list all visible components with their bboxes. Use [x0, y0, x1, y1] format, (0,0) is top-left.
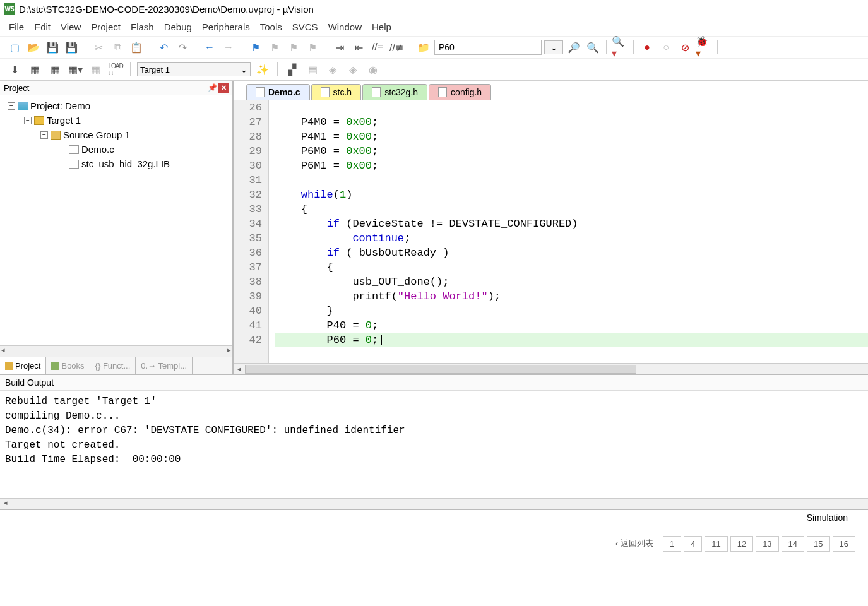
- pager-page[interactable]: 11: [705, 536, 727, 552]
- incremental-find-icon[interactable]: 🔍: [585, 39, 601, 56]
- menubar: File Edit View Project Flash Debug Perip…: [0, 18, 868, 36]
- indent-icon[interactable]: ⇥: [331, 39, 348, 56]
- paste-icon[interactable]: 📋: [128, 39, 145, 56]
- nav-fwd-icon[interactable]: →: [220, 39, 237, 56]
- build-output[interactable]: Rebuild target 'Target 1' compiling Demo…: [0, 391, 868, 498]
- tree-file[interactable]: Demo.c: [3, 142, 230, 157]
- manage-icon[interactable]: ▞: [284, 61, 300, 78]
- pager-page[interactable]: 16: [833, 536, 855, 552]
- pager-page[interactable]: 1: [663, 536, 681, 552]
- translate-icon[interactable]: ⬇: [6, 61, 23, 78]
- rebuild-icon[interactable]: ▦: [47, 61, 63, 78]
- tree-label: Demo.c: [81, 144, 114, 155]
- outdent-icon[interactable]: ⇤: [350, 39, 367, 56]
- breakpoint-enable-icon[interactable]: ○: [658, 39, 674, 56]
- menu-svcs[interactable]: SVCS: [292, 21, 318, 32]
- tree-root[interactable]: − Project: Demo: [3, 98, 230, 113]
- redo-icon[interactable]: ↷: [174, 39, 191, 56]
- pager-page[interactable]: 15: [807, 536, 829, 552]
- tree-label: Target 1: [47, 115, 81, 126]
- target-options-icon[interactable]: ✨: [254, 61, 271, 78]
- collapse-icon[interactable]: −: [8, 102, 15, 110]
- menu-flash[interactable]: Flash: [131, 21, 154, 32]
- pager-page[interactable]: 4: [684, 536, 702, 552]
- pin-icon[interactable]: 📌: [208, 83, 217, 92]
- project-panel-header: Project 📌 ✕: [0, 81, 232, 95]
- tree-group[interactable]: − Source Group 1: [3, 128, 230, 142]
- pager-page[interactable]: 13: [756, 536, 778, 552]
- find-combo[interactable]: P60: [434, 40, 542, 55]
- select-packs-icon[interactable]: ◈: [345, 61, 361, 78]
- batch-build-icon[interactable]: ▦▾: [67, 61, 83, 78]
- nav-back-icon[interactable]: ←: [201, 39, 218, 56]
- multi-project-icon[interactable]: ▤: [304, 61, 321, 78]
- separator: [633, 40, 634, 54]
- menu-file[interactable]: File: [9, 21, 24, 32]
- tab-templates[interactable]: 0.→ Templ...: [136, 357, 193, 374]
- close-panel-icon[interactable]: ✕: [218, 83, 229, 93]
- collapse-icon[interactable]: −: [24, 117, 32, 124]
- pager-page[interactable]: 12: [730, 536, 753, 552]
- editor-hscroll[interactable]: ◂: [234, 363, 868, 374]
- menu-debug[interactable]: Debug: [164, 21, 192, 32]
- build-icon[interactable]: ▦: [27, 61, 43, 78]
- new-file-icon[interactable]: ▢: [6, 39, 23, 56]
- tree-label: Project: Demo: [30, 100, 90, 111]
- tree-label: Source Group 1: [63, 129, 130, 140]
- open-file-icon[interactable]: 📂: [25, 39, 42, 56]
- menu-edit[interactable]: Edit: [34, 21, 51, 32]
- manage-rtx-icon[interactable]: ◈: [324, 61, 341, 78]
- find-in-files-icon[interactable]: 🔎: [566, 39, 582, 56]
- bookmark-toggle-icon[interactable]: ⚑: [247, 39, 264, 56]
- code-editor[interactable]: 2627282930313233343536373839404142 P4M0 …: [234, 100, 868, 363]
- pager-page[interactable]: 14: [782, 536, 804, 552]
- file-tab-stc-h[interactable]: stc.h: [311, 84, 362, 100]
- copy-icon[interactable]: ⧉: [109, 39, 126, 56]
- bookmark-next-icon[interactable]: ⚑: [285, 39, 302, 56]
- menu-help[interactable]: Help: [372, 21, 391, 32]
- file-tab-config-h[interactable]: config.h: [429, 84, 491, 100]
- tab-label: {} Funct...: [95, 361, 131, 371]
- line-gutter: 2627282930313233343536373839404142: [234, 100, 269, 363]
- debug-start-icon[interactable]: 🔍▾: [612, 39, 628, 56]
- cut-icon[interactable]: ✂: [90, 39, 107, 56]
- menu-tools[interactable]: Tools: [260, 21, 282, 32]
- breakpoint-disable-icon[interactable]: 🐞▾: [696, 39, 712, 56]
- file-tab-stc32g-h[interactable]: stc32g.h: [362, 84, 427, 100]
- scroll-thumb[interactable]: [245, 365, 636, 374]
- breakpoint-kill-icon[interactable]: ⊘: [677, 39, 693, 56]
- collapse-icon[interactable]: −: [40, 131, 48, 139]
- save-icon[interactable]: 💾: [44, 39, 61, 56]
- download-icon[interactable]: LOAD↓↓: [107, 61, 124, 78]
- project-folder-icon[interactable]: 📁: [415, 39, 432, 56]
- menu-window[interactable]: Window: [328, 21, 362, 32]
- undo-icon[interactable]: ↶: [155, 39, 172, 56]
- scroll-left-icon[interactable]: ◂: [234, 365, 245, 373]
- bookmark-clear-icon[interactable]: ⚑: [304, 39, 321, 56]
- build-scrollbar[interactable]: ◂: [0, 498, 868, 509]
- find-dropdown[interactable]: ⌄: [544, 40, 563, 54]
- breakpoint-insert-icon[interactable]: ●: [639, 39, 655, 56]
- menu-project[interactable]: Project: [91, 21, 121, 32]
- menu-view[interactable]: View: [61, 21, 81, 32]
- stop-build-icon[interactable]: ▦: [87, 61, 104, 78]
- menu-peripherals[interactable]: Peripherals: [202, 21, 250, 32]
- pager-back[interactable]: ‹ 返回列表: [609, 535, 660, 552]
- separator: [326, 40, 326, 54]
- project-tree[interactable]: − Project: Demo − Target 1 − Source Grou…: [0, 95, 232, 345]
- file-tab-demo-c[interactable]: Demo.c: [246, 84, 310, 100]
- uncomment-icon[interactable]: //≢: [388, 39, 405, 56]
- bookmark-prev-icon[interactable]: ⚑: [266, 39, 283, 56]
- tree-file[interactable]: stc_usb_hid_32g.LIB: [3, 157, 230, 171]
- target-combo[interactable]: Target 1⌄: [137, 62, 251, 76]
- pack-installer-icon[interactable]: ◉: [365, 61, 381, 78]
- comment-icon[interactable]: //≡: [369, 39, 386, 56]
- save-all-icon[interactable]: 💾: [63, 39, 80, 56]
- tab-books[interactable]: Books: [46, 357, 90, 374]
- code-body[interactable]: P4M0 = 0x00; P4M1 = 0x00; P6M0 = 0x00; P…: [269, 100, 868, 363]
- project-scrollbar[interactable]: ◂▸: [0, 345, 232, 357]
- tab-functions[interactable]: {} Funct...: [90, 357, 136, 374]
- tree-target[interactable]: − Target 1: [3, 113, 230, 128]
- tab-project[interactable]: Project: [0, 357, 46, 374]
- window-title: D:\stc\STC32G-DEMO-CODE-20230309\Demo\De…: [19, 4, 314, 15]
